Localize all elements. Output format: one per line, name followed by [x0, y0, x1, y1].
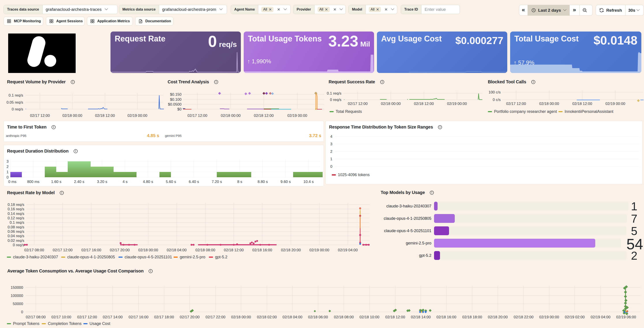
svg-text:$0: $0: [177, 107, 182, 111]
svg-text:02/18 20:00: 02/18 20:00: [488, 315, 508, 319]
svg-text:02/17 18:00: 02/17 18:00: [154, 315, 174, 319]
svg-text:02/17 14:00: 02/17 14:00: [103, 315, 122, 319]
svg-text:02/17 12:00: 02/17 12:00: [506, 102, 526, 106]
svg-text:$0.150: $0.150: [170, 92, 182, 96]
svg-text:0.02 req/s: 0.02 req/s: [8, 239, 24, 243]
svg-text:02/17 20:00: 02/17 20:00: [110, 248, 130, 252]
svg-text:02/18 00:00: 02/18 00:00: [62, 113, 82, 118]
svg-text:3.20 s: 3.20 s: [97, 180, 107, 184]
svg-text:02/17 12:00: 02/17 12:00: [53, 248, 72, 252]
svg-text:0.04 req/s: 0.04 req/s: [8, 234, 24, 238]
svg-text:02/17 12:00: 02/17 12:00: [348, 102, 368, 106]
svg-text:02/19 04:00: 02/19 04:00: [591, 315, 610, 319]
svg-text:02/17 10:00: 02/17 10:00: [52, 315, 71, 319]
svg-text:02/17 22:00: 02/17 22:00: [206, 315, 226, 319]
svg-text:02/17 16:00: 02/17 16:00: [82, 248, 101, 252]
svg-text:0.05 req/s: 0.05 req/s: [6, 100, 23, 104]
svg-text:8 s: 8 s: [237, 180, 242, 184]
svg-text:02/19 00:00: 02/19 00:00: [310, 248, 329, 252]
svg-text:0.14 req/s: 0.14 req/s: [8, 212, 24, 216]
svg-text:4.80 s: 4.80 s: [143, 180, 153, 184]
svg-text:02/18 00:00: 02/18 00:00: [221, 113, 240, 118]
svg-text:50000: 50000: [13, 302, 23, 306]
svg-text:02/18 12:00: 02/18 12:00: [224, 248, 244, 252]
svg-text:02/18 12:00: 02/18 12:00: [414, 102, 434, 106]
svg-text:0: 0: [21, 310, 23, 314]
svg-text:02/18 20:00: 02/18 20:00: [281, 248, 301, 252]
svg-text:7.20 s: 7.20 s: [212, 180, 222, 184]
svg-text:10.4 s: 10.4 s: [304, 180, 314, 184]
svg-text:1.60 s: 1.60 s: [51, 180, 61, 184]
svg-text:0 req/s: 0 req/s: [13, 243, 24, 247]
svg-text:02/18 06:00: 02/18 06:00: [308, 315, 328, 319]
svg-text:02/18 04:00: 02/18 04:00: [282, 315, 302, 319]
svg-text:0: 0: [330, 164, 332, 169]
svg-text:0.06 req/s: 0.06 req/s: [8, 230, 24, 234]
svg-text:100000: 100000: [10, 294, 23, 298]
svg-text:4 s: 4 s: [122, 180, 128, 184]
svg-text:02/19 02:00: 02/19 02:00: [565, 315, 585, 319]
svg-text:02/18 12:00: 02/18 12:00: [95, 113, 115, 118]
svg-text:100 c/s: 100 c/s: [488, 90, 501, 94]
svg-text:02/19 00:00: 02/19 00:00: [539, 315, 559, 319]
svg-text:0.16 req/s: 0.16 req/s: [8, 207, 24, 211]
svg-text:02/18 08:00: 02/18 08:00: [196, 248, 215, 252]
svg-text:02/18 02:00: 02/18 02:00: [257, 315, 277, 319]
svg-text:02/18 12:00: 02/18 12:00: [254, 113, 274, 118]
svg-text:0 req/s: 0 req/s: [330, 98, 342, 102]
svg-text:02/18 16:00: 02/18 16:00: [252, 248, 272, 252]
svg-text:02/18 16:00: 02/18 16:00: [436, 315, 456, 319]
svg-text:0 ms: 0 ms: [8, 180, 16, 184]
svg-text:02/18 12:00: 02/18 12:00: [572, 102, 592, 106]
svg-text:02/19 00:00: 02/19 00:00: [447, 102, 467, 106]
svg-text:02/18 12:00: 02/18 12:00: [385, 315, 405, 319]
svg-text:1: 1: [330, 157, 332, 161]
svg-text:02/17 08:00: 02/17 08:00: [24, 248, 44, 252]
svg-text:2: 2: [6, 165, 8, 169]
svg-text:02/19 00:00: 02/19 00:00: [287, 113, 307, 118]
svg-text:4: 4: [330, 134, 332, 139]
svg-text:150000: 150000: [10, 286, 23, 290]
svg-text:0: 0: [6, 175, 8, 179]
svg-text:0.1 req/s: 0.1 req/s: [327, 91, 342, 95]
svg-text:02/18 14:00: 02/18 14:00: [411, 315, 431, 319]
svg-text:0 req/s: 0 req/s: [12, 107, 23, 111]
svg-text:3: 3: [330, 142, 332, 146]
svg-text:9.60 s: 9.60 s: [280, 180, 291, 184]
svg-text:02/19 06:00: 02/19 06:00: [616, 315, 636, 319]
svg-text:0.18 req/s: 0.18 req/s: [8, 203, 24, 207]
svg-text:02/18 08:00: 02/18 08:00: [334, 315, 354, 319]
svg-text:6.40 s: 6.40 s: [189, 180, 199, 184]
svg-text:8.80 s: 8.80 s: [258, 180, 268, 184]
svg-text:0.1 req/s: 0.1 req/s: [8, 93, 23, 97]
svg-text:02/18 00:00: 02/18 00:00: [539, 102, 559, 106]
svg-text:5.60 s: 5.60 s: [166, 180, 176, 184]
svg-text:02/18 22:00: 02/18 22:00: [514, 315, 534, 319]
svg-text:$0.100: $0.100: [170, 97, 182, 102]
svg-text:02/19 00:00: 02/19 00:00: [606, 102, 625, 106]
svg-text:$0.0500: $0.0500: [168, 102, 182, 106]
svg-text:02/18 00:00: 02/18 00:00: [231, 315, 251, 319]
svg-text:800 ms: 800 ms: [27, 180, 40, 184]
svg-text:2.40 s: 2.40 s: [74, 180, 84, 184]
svg-text:02/18 00:00: 02/18 00:00: [381, 102, 401, 106]
svg-text:0.12 req/s: 0.12 req/s: [8, 216, 24, 220]
svg-text:2: 2: [330, 149, 332, 154]
svg-text:0.1 req/s: 0.1 req/s: [10, 220, 24, 225]
svg-text:02/19 00:00: 02/19 00:00: [128, 113, 147, 118]
svg-text:1: 1: [6, 170, 8, 174]
svg-text:02/17 16:00: 02/17 16:00: [128, 315, 148, 319]
svg-text:02/17 12:00: 02/17 12:00: [30, 113, 50, 118]
svg-text:02/17 08:00: 02/17 08:00: [26, 315, 46, 319]
svg-text:02/18 04:00: 02/18 04:00: [167, 248, 186, 252]
svg-text:0.08 req/s: 0.08 req/s: [8, 225, 24, 229]
svg-text:02/18 18:00: 02/18 18:00: [462, 315, 482, 319]
svg-text:3: 3: [6, 159, 8, 164]
svg-text:02/18 00:00: 02/18 00:00: [138, 248, 158, 252]
svg-text:02/17 12:00: 02/17 12:00: [77, 315, 97, 319]
svg-text:02/18 10:00: 02/18 10:00: [360, 315, 379, 319]
svg-text:02/19 04:00: 02/19 04:00: [338, 248, 358, 252]
svg-text:02/17 12:00: 02/17 12:00: [188, 113, 207, 118]
svg-text:02/17 20:00: 02/17 20:00: [180, 315, 200, 319]
svg-text:0 c/s: 0 c/s: [493, 98, 501, 102]
